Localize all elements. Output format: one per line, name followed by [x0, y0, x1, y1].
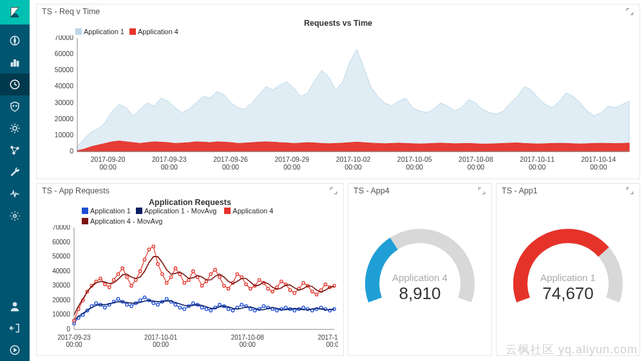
svg-point-157 [245, 283, 247, 286]
svg-text:2017-09-23: 2017-09-23 [152, 155, 187, 163]
expand-icon[interactable] [477, 186, 486, 195]
svg-point-5 [13, 105, 14, 106]
svg-point-89 [209, 309, 212, 311]
svg-text:00:00: 00:00 [345, 163, 361, 171]
nav-monitoring-icon[interactable] [0, 183, 30, 205]
svg-point-149 [209, 273, 212, 275]
svg-point-96 [240, 303, 243, 306]
chart-legend: Application 1 Application 4 [37, 28, 639, 35]
expand-icon[interactable] [329, 186, 338, 195]
svg-point-165 [280, 280, 283, 282]
svg-point-83 [183, 307, 185, 310]
legend-label: Application 1 [84, 28, 124, 35]
svg-point-134 [143, 258, 146, 260]
svg-point-81 [174, 303, 176, 306]
svg-text:70000: 70000 [55, 35, 73, 41]
nav-user-icon[interactable] [0, 295, 30, 317]
panel-gauge-app4: TS - App4 Application 48,910 [348, 183, 492, 356]
svg-point-128 [117, 273, 119, 275]
svg-point-133 [139, 270, 142, 273]
svg-point-101 [262, 305, 265, 307]
svg-point-63 [95, 302, 97, 304]
nav-discover-icon[interactable] [0, 30, 30, 52]
kibana-logo[interactable] [0, 0, 30, 24]
chart-title: Application Requests [37, 197, 343, 207]
svg-text:8,910: 8,910 [399, 284, 440, 303]
svg-point-70 [126, 303, 128, 306]
svg-point-87 [200, 306, 203, 309]
nav-collapse-icon[interactable] [0, 339, 30, 361]
svg-point-125 [104, 283, 106, 286]
svg-point-130 [126, 276, 128, 278]
svg-point-168 [293, 291, 296, 294]
svg-text:50000: 50000 [55, 66, 73, 73]
svg-text:2017-10-05: 2017-10-05 [397, 155, 432, 163]
expand-icon[interactable] [625, 186, 634, 195]
nav-management-icon[interactable] [0, 161, 30, 183]
svg-point-173 [315, 293, 317, 296]
svg-point-139 [166, 282, 168, 284]
nav-logout-icon[interactable] [0, 317, 30, 339]
svg-point-141 [174, 267, 176, 269]
nav-settings-icon[interactable] [0, 205, 30, 227]
svg-point-135 [147, 248, 150, 251]
svg-point-147 [200, 284, 203, 287]
svg-text:00:00: 00:00 [161, 163, 178, 171]
svg-point-73 [139, 299, 142, 302]
svg-point-12 [13, 302, 17, 306]
svg-text:2017-09-26: 2017-09-26 [213, 155, 248, 163]
svg-point-136 [152, 245, 155, 248]
svg-text:00:00: 00:00 [326, 341, 338, 348]
svg-point-65 [104, 306, 106, 309]
panel-title: TS - App Requests [42, 186, 109, 195]
svg-text:0: 0 [70, 147, 73, 155]
svg-point-175 [324, 283, 327, 286]
svg-point-127 [112, 278, 115, 281]
svg-point-158 [249, 288, 252, 290]
svg-point-76 [152, 302, 155, 304]
legend-label: Application 4 [232, 207, 273, 215]
svg-point-164 [276, 286, 278, 288]
svg-text:50000: 50000 [52, 253, 70, 260]
svg-text:2017-09-23: 2017-09-23 [57, 334, 91, 341]
nav-visualize-icon[interactable] [0, 52, 30, 73]
svg-text:2017-10-11: 2017-10-11 [520, 155, 554, 163]
svg-text:00:00: 00:00 [590, 163, 607, 171]
svg-text:00:00: 00:00 [468, 163, 484, 171]
panel-title: TS - App4 [354, 186, 390, 195]
svg-point-126 [108, 286, 111, 288]
nav-graph-icon[interactable] [0, 139, 30, 161]
svg-point-143 [183, 282, 185, 284]
svg-point-172 [311, 290, 314, 293]
svg-point-124 [99, 277, 102, 280]
svg-point-82 [178, 306, 181, 309]
panel-req-v-time: TS - Req v Time Requests vs Time Applica… [36, 4, 640, 179]
gauge-chart: Application 48,910 [352, 210, 488, 319]
svg-point-71 [130, 305, 133, 307]
svg-point-93 [227, 307, 229, 310]
sidebar [0, 0, 30, 361]
svg-text:10000: 10000 [55, 131, 73, 139]
svg-point-6 [15, 105, 17, 106]
nav-security-icon[interactable] [0, 95, 30, 117]
nav-devtools-icon[interactable] [0, 117, 30, 139]
svg-point-91 [218, 303, 221, 306]
svg-point-99 [254, 309, 256, 311]
svg-point-155 [236, 273, 238, 275]
expand-icon[interactable] [625, 7, 634, 16]
svg-text:20000: 20000 [55, 115, 73, 122]
svg-point-167 [289, 289, 291, 291]
svg-point-129 [121, 267, 124, 269]
svg-point-11 [14, 215, 17, 218]
legend-label: Application 4 [138, 28, 178, 35]
svg-rect-1 [11, 63, 13, 66]
svg-point-108 [293, 309, 296, 311]
dashboard-main: TS - Req v Time Requests vs Time Applica… [30, 0, 644, 361]
svg-point-152 [223, 284, 225, 287]
panel-gauge-app1: TS - App1 Application 174,670 [496, 183, 640, 356]
svg-point-98 [249, 307, 252, 310]
panel-app-requests: TS - App Requests Application Requests A… [36, 183, 344, 356]
nav-timelion-icon[interactable] [0, 73, 30, 95]
svg-text:10000: 10000 [52, 311, 70, 318]
svg-point-151 [218, 276, 221, 278]
